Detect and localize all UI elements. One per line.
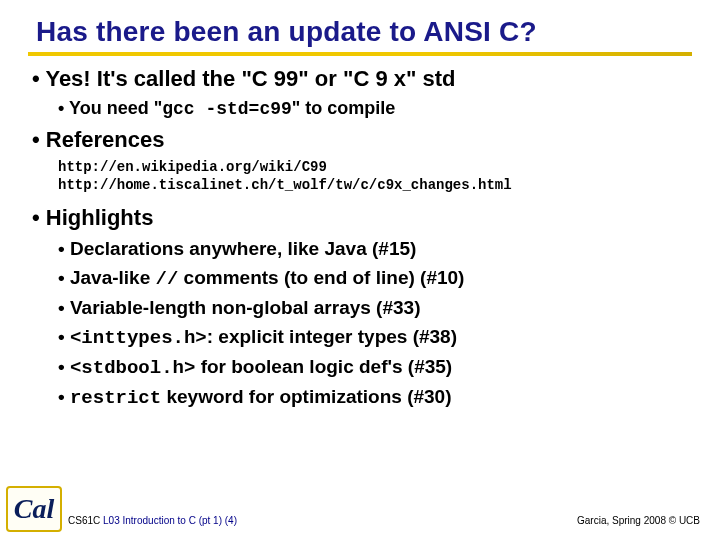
- bullet-highlights: • Highlights: [32, 205, 692, 231]
- footer-right: Garcia, Spring 2008 © UCB: [577, 515, 700, 526]
- text-pre: Java-like: [70, 267, 156, 288]
- code-slash-slash: //: [156, 268, 179, 290]
- text: Variable-length non-global arrays (#33): [70, 297, 421, 318]
- slide-title: Has there been an update to ANSI C?: [36, 16, 692, 48]
- footer-course: CS61C: [68, 515, 100, 526]
- bullet-references: • References: [32, 127, 692, 153]
- reference-link-wikipedia: http://en.wikipedia.org/wiki/C99: [58, 159, 692, 175]
- footer-left: CS61C L03 Introduction to C (pt 1) (4): [68, 515, 237, 526]
- cal-logo: Cal: [6, 486, 62, 532]
- text-post: comments (to end of line) (#10): [178, 267, 464, 288]
- bullet-text: References: [46, 127, 165, 152]
- text: Declarations anywhere, like Java (#15): [70, 238, 416, 259]
- slide: Has there been an update to ANSI C? • Ye…: [0, 0, 720, 540]
- bullet-yes-c99: • Yes! It's called the "C 99" or "C 9 x"…: [32, 66, 692, 92]
- code-gcc-std: gcc -std=c99: [162, 99, 292, 119]
- bullet-text: Yes! It's called the "C 99" or "C 9 x" s…: [45, 66, 455, 91]
- logo-text: Cal: [14, 493, 54, 525]
- text-post: : explicit integer types (#38): [207, 326, 457, 347]
- code-inttypes: <inttypes.h>: [70, 327, 207, 349]
- footer-lecture: L03 Introduction to C (pt 1): [103, 515, 225, 526]
- highlight-declarations: • Declarations anywhere, like Java (#15): [58, 238, 692, 260]
- text-post: " to compile: [292, 98, 396, 118]
- highlight-restrict: • restrict keyword for optimizations (#3…: [58, 386, 692, 409]
- bullet-text: Highlights: [46, 205, 154, 230]
- text-post: for boolean logic def's (#35): [195, 356, 452, 377]
- highlight-comments: • Java-like // comments (to end of line)…: [58, 267, 692, 290]
- text-pre: You need ": [69, 98, 162, 118]
- title-underline: [28, 52, 692, 56]
- highlight-vla: • Variable-length non-global arrays (#33…: [58, 297, 692, 319]
- reference-link-tiscalinet: http://home.tiscalinet.ch/t_wolf/tw/c/c9…: [58, 177, 692, 193]
- code-restrict: restrict: [70, 387, 161, 409]
- footer-page: (4): [225, 515, 237, 526]
- code-stdbool: <stdbool.h>: [70, 357, 195, 379]
- highlight-stdbool: • <stdbool.h> for boolean logic def's (#…: [58, 356, 692, 379]
- highlight-inttypes: • <inttypes.h>: explicit integer types (…: [58, 326, 692, 349]
- text-post: keyword for optimizations (#30): [161, 386, 451, 407]
- bullet-gcc-compile: • You need "gcc -std=c99" to compile: [58, 98, 692, 119]
